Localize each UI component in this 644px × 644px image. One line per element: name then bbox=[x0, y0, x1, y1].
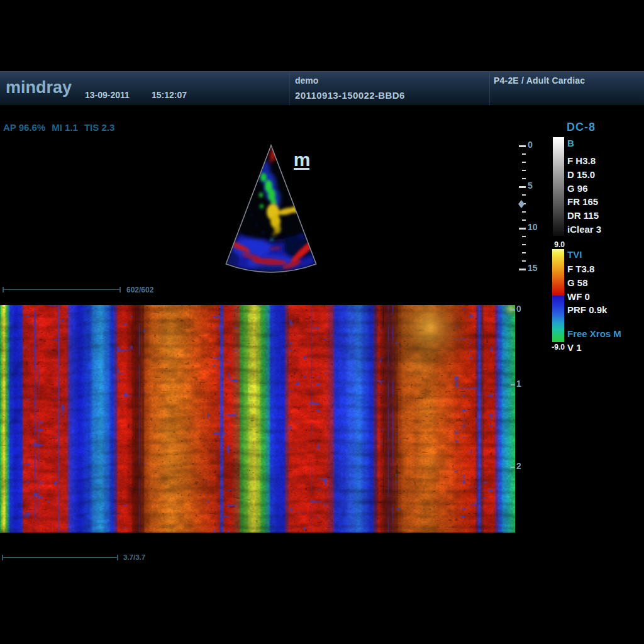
exam-id: 20110913-150022-BBD6 bbox=[295, 90, 405, 101]
mscale-label: 0 bbox=[516, 304, 521, 314]
ruler-tick bbox=[522, 236, 526, 237]
tvi-colorbar bbox=[552, 249, 564, 342]
mscale-tick bbox=[511, 384, 515, 386]
colorbar-min: -9.0 bbox=[538, 343, 565, 352]
ruler-tick bbox=[522, 194, 526, 196]
ruler-tick bbox=[519, 228, 526, 230]
loop-progress-line bbox=[3, 289, 120, 290]
header-bar: mindray 13-09-2011 15:12:07 demo 2011091… bbox=[0, 71, 644, 105]
system-model: DC-8 bbox=[567, 121, 596, 134]
ruler-label: 15 bbox=[528, 263, 538, 273]
tvi-values: F T3.8 G 58 WF 0 PRF 0.9k bbox=[567, 262, 607, 317]
acoustic-power: AP 96.6% bbox=[3, 122, 45, 133]
ruler-label: 0 bbox=[528, 140, 533, 150]
focus-marker-icon bbox=[518, 200, 525, 208]
sweep-time: 3.7/3.7 bbox=[123, 553, 145, 561]
ruler-label: 5 bbox=[528, 180, 533, 191]
mechanical-index: MI 1.1 bbox=[52, 122, 78, 133]
sweep-time-line bbox=[2, 557, 118, 558]
mmode-velocity: V 1 bbox=[567, 342, 582, 353]
probe-preset: P4-2E / Adult Cardiac bbox=[494, 75, 585, 86]
header-separator bbox=[289, 72, 290, 105]
ultrasound-screen: mindray 13-09-2011 15:12:07 demo 2011091… bbox=[0, 0, 644, 644]
acoustic-output: AP 96.6%MI 1.1TIS 2.3 bbox=[3, 122, 121, 133]
sweep-time-tick-right bbox=[117, 555, 118, 560]
ruler-tick bbox=[522, 153, 526, 155]
bmode-values: F H3.8 D 15.0 G 96 FR 165 DR 115 iClear … bbox=[567, 154, 601, 236]
header-separator bbox=[489, 72, 490, 105]
thermal-index: TIS 2.3 bbox=[84, 122, 114, 133]
ruler-tick bbox=[522, 252, 526, 253]
ruler-tick bbox=[522, 170, 526, 171]
mscale-tick bbox=[511, 467, 515, 468]
ruler-tick bbox=[522, 178, 526, 179]
ruler-tick bbox=[522, 211, 526, 213]
sector-bmode-image[interactable] bbox=[213, 140, 336, 277]
sweep-time-tick-left bbox=[2, 555, 3, 560]
ruler-tick bbox=[522, 244, 526, 245]
colorbar-max: 9.0 bbox=[540, 240, 565, 249]
ruler-tick bbox=[522, 162, 526, 163]
tvi-label: TVI bbox=[567, 249, 582, 260]
ruler-tick bbox=[519, 186, 526, 188]
ruler-tick bbox=[522, 219, 526, 221]
ruler-tick bbox=[522, 260, 526, 262]
mscale-label: 2 bbox=[516, 461, 521, 471]
ruler-tick bbox=[519, 145, 526, 147]
mscale-tick bbox=[511, 309, 515, 311]
mindray-logo: mindray bbox=[6, 78, 72, 97]
mmode-label: Free Xros M bbox=[567, 328, 621, 339]
patient-name: demo bbox=[295, 75, 318, 86]
bmode-label: B bbox=[567, 138, 574, 148]
ruler-tick bbox=[519, 269, 526, 270]
grayscale-bar bbox=[553, 137, 564, 236]
exam-date: 13-09-2011 bbox=[85, 90, 130, 100]
loop-progress-tick-left bbox=[3, 287, 4, 292]
ruler-label: 10 bbox=[528, 222, 538, 232]
loop-progress-tick-right bbox=[119, 287, 121, 292]
mscale-label: 1 bbox=[516, 379, 521, 389]
exam-time: 15:12:07 bbox=[152, 90, 187, 100]
mline-marker: m bbox=[293, 151, 311, 169]
mline-marker-underline bbox=[294, 168, 309, 170]
mmode-doppler-strip[interactable] bbox=[0, 305, 515, 533]
loop-counter: 602/602 bbox=[126, 286, 153, 294]
